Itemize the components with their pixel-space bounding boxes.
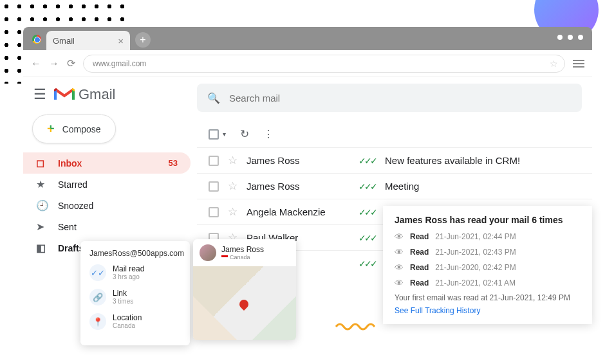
compose-button[interactable]: + Compose	[32, 114, 116, 143]
email-checkbox[interactable]	[209, 207, 219, 217]
avatar	[200, 244, 216, 261]
eye-icon: 👁	[395, 262, 404, 273]
track-icon: 📍	[89, 313, 106, 330]
read-time: 21-Jun-2021, 02:41 AM	[435, 278, 516, 287]
nav-label: Snoozed	[58, 201, 93, 211]
compose-label: Compose	[62, 124, 101, 134]
chrome-icon	[32, 35, 41, 44]
address-bar: ← → ⟳ www.gmail.com ☆	[23, 50, 592, 77]
track-icon: 🔗	[89, 289, 106, 305]
mail-toolbar: ▾ ↻ ⋮	[197, 123, 592, 147]
email-subject: Meeting	[385, 181, 419, 192]
search-input[interactable]	[229, 93, 572, 104]
more-icon[interactable]: ⋮	[263, 128, 274, 140]
popup-email: JamesRoss@500apps.com	[89, 249, 181, 258]
decorative-squiggle	[335, 320, 380, 334]
read-label: Read	[410, 232, 429, 241]
sidebar-item-snoozed[interactable]: 🕘 Snoozed	[23, 195, 191, 216]
window-controls[interactable]	[557, 35, 583, 40]
refresh-icon[interactable]: ↻	[240, 127, 249, 141]
select-all-checkbox[interactable]	[209, 129, 219, 140]
read-checks-icon: ✓✓✓	[358, 233, 376, 243]
browser-menu-icon[interactable]	[573, 60, 584, 68]
read-label: Read	[410, 263, 429, 272]
map-pin-icon	[237, 298, 250, 311]
send-icon: ➤	[36, 221, 48, 233]
search-box[interactable]: 🔍	[197, 84, 582, 112]
forward-icon[interactable]: →	[49, 58, 59, 69]
read-time: 21-Jun-2021, 02:43 PM	[435, 248, 516, 257]
nav-count: 53	[169, 158, 178, 168]
see-full-history-link[interactable]: See Full Tracking History	[395, 306, 581, 315]
read-title: James Ross has read your mail 6 times	[395, 215, 581, 225]
track-sub: Canada	[113, 322, 142, 329]
read-label: Read	[410, 248, 429, 257]
map-preview[interactable]	[193, 266, 296, 340]
track-title: Location	[113, 313, 142, 322]
select-caret-icon[interactable]: ▾	[223, 131, 226, 138]
nav-label: Starred	[58, 179, 88, 190]
star-icon[interactable]: ☆	[228, 154, 237, 167]
profile-country: Canada	[221, 254, 264, 260]
email-sender: James Ross	[247, 155, 349, 166]
browser-tab[interactable]: Gmail ×	[46, 31, 130, 50]
read-row: 👁 Read 21-Jun-2021, 02:44 PM	[395, 232, 581, 242]
email-checkbox[interactable]	[209, 181, 219, 192]
sidebar-item-inbox[interactable]: ◻ Inbox 53	[23, 152, 191, 174]
read-history-popup: James Ross has read your mail 6 times 👁 …	[383, 206, 592, 324]
profile-header: James Ross Canada	[193, 239, 296, 266]
back-icon[interactable]: ←	[31, 58, 41, 69]
search-icon: 🔍	[207, 92, 220, 104]
track-title: Mail read	[113, 264, 144, 273]
reload-icon[interactable]: ⟳	[67, 57, 75, 69]
track-sub: 3 hrs ago	[113, 273, 144, 280]
read-row: 👁 Read 21-Jun-2021, 02:41 AM	[395, 278, 581, 288]
main-menu-icon[interactable]: ☰	[33, 86, 46, 103]
read-checks-icon: ✓✓✓	[358, 156, 376, 166]
nav-label: Sent	[58, 222, 77, 232]
read-time: 21-Jun-2020, 02:42 PM	[435, 263, 516, 272]
bookmark-icon[interactable]: ☆	[550, 59, 558, 69]
gmail-m-icon	[54, 87, 75, 102]
read-checks-icon: ✓✓✓	[358, 181, 376, 192]
new-tab-button[interactable]: +	[135, 32, 151, 48]
file-icon: ◧	[36, 242, 48, 254]
track-item: 🔗 Link 3 times	[89, 289, 181, 305]
star-icon[interactable]: ☆	[228, 205, 237, 219]
tracking-popup: JamesRoss@500apps.com ✓✓ Mail read 3 hrs…	[80, 241, 190, 345]
plus-icon: +	[47, 122, 55, 136]
url-text: www.gmail.com	[93, 59, 146, 68]
star-icon: ★	[36, 178, 48, 190]
url-input[interactable]: www.gmail.com ☆	[83, 55, 565, 73]
read-row: 👁 Read 21-Jun-2021, 02:43 PM	[395, 247, 581, 257]
tab-bar: Gmail × +	[23, 27, 592, 50]
email-sender: James Ross	[247, 181, 349, 192]
nav-label: Inbox	[58, 158, 82, 168]
tab-title: Gmail	[53, 36, 75, 46]
gmail-logo[interactable]: Gmail	[54, 86, 115, 103]
email-row[interactable]: ☆ James Ross ✓✓✓ New features available …	[197, 147, 592, 173]
read-checks-icon: ✓✓✓	[358, 259, 376, 269]
sidebar-item-starred[interactable]: ★ Starred	[23, 174, 191, 195]
eye-icon: 👁	[395, 232, 404, 242]
read-label: Read	[410, 278, 429, 287]
inbox-icon: ◻	[36, 157, 48, 169]
app-header: ☰ Gmail	[23, 86, 197, 114]
email-checkbox[interactable]	[209, 156, 219, 166]
close-tab-icon[interactable]: ×	[118, 35, 124, 46]
email-row[interactable]: ☆ James Ross ✓✓✓ Meeting	[197, 173, 592, 199]
star-icon[interactable]: ☆	[228, 179, 237, 193]
track-sub: 3 times	[113, 298, 133, 305]
sidebar-item-sent[interactable]: ➤ Sent	[23, 216, 191, 237]
flag-icon	[221, 255, 228, 260]
track-title: Link	[113, 289, 133, 298]
eye-icon: 👁	[395, 247, 404, 257]
eye-icon: 👁	[395, 278, 404, 288]
clock-icon: 🕘	[36, 199, 48, 212]
read-time: 21-Jun-2021, 02:44 PM	[435, 232, 516, 241]
read-checks-icon: ✓✓✓	[358, 207, 376, 217]
read-row: 👁 Read 21-Jun-2020, 02:42 PM	[395, 262, 581, 273]
profile-popup: James Ross Canada	[193, 239, 296, 340]
email-sender: Angela Mackenzie	[247, 206, 349, 217]
profile-name: James Ross	[221, 245, 264, 254]
